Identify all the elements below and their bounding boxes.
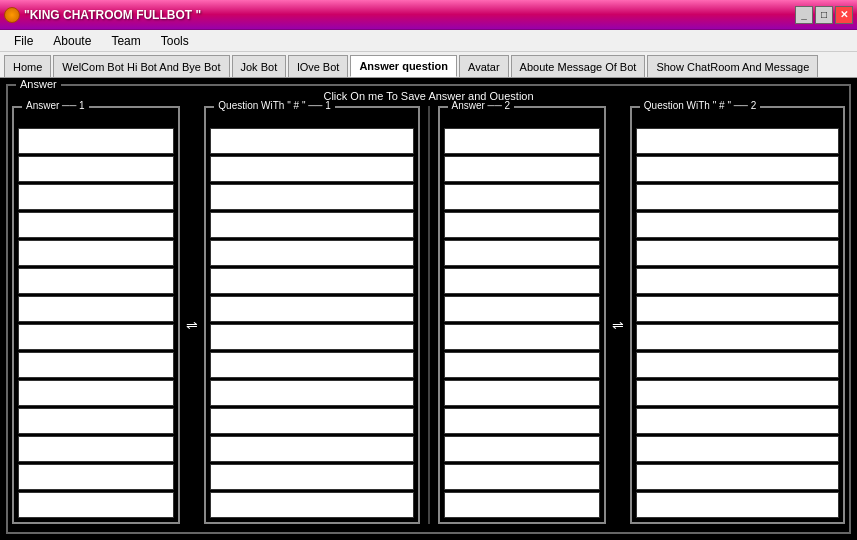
tab-answer-question[interactable]: Answer question [350, 55, 457, 77]
answer1-row1[interactable] [18, 128, 174, 154]
answer2-row13[interactable] [444, 464, 600, 490]
menu-team[interactable]: Team [101, 32, 150, 50]
answer2-row14[interactable] [444, 492, 600, 518]
tab-iove-bot[interactable]: lOve Bot [288, 55, 348, 77]
answer1-row8[interactable] [18, 324, 174, 350]
answer2-row12[interactable] [444, 436, 600, 462]
menu-tools[interactable]: Tools [151, 32, 199, 50]
answer2-row7[interactable] [444, 296, 600, 322]
answer1-row12[interactable] [18, 436, 174, 462]
answer2-label: Answer ── 2 [448, 100, 515, 111]
answer2-row2[interactable] [444, 156, 600, 182]
question2-row12[interactable] [636, 436, 839, 462]
question1-row6[interactable] [210, 268, 413, 294]
arrow2: ⇌ [612, 106, 624, 524]
tab-welcom-bot[interactable]: WelCom Bot Hi Bot And Bye Bot [53, 55, 229, 77]
answer2-row1[interactable] [444, 128, 600, 154]
menu-aboute[interactable]: Aboute [43, 32, 101, 50]
answer1-row14[interactable] [18, 492, 174, 518]
tab-home[interactable]: Home [4, 55, 51, 77]
answer1-column: Answer ── 1 [12, 106, 180, 524]
arrow1: ⇌ [186, 106, 198, 524]
close-button[interactable]: ✕ [835, 6, 853, 24]
question2-row5[interactable] [636, 240, 839, 266]
answer2-row6[interactable] [444, 268, 600, 294]
question2-row14[interactable] [636, 492, 839, 518]
menu-bar: File Aboute Team Tools [0, 30, 857, 52]
answer1-row7[interactable] [18, 296, 174, 322]
answer1-row3[interactable] [18, 184, 174, 210]
main-content: Answer Click On me To Save Answer and Qu… [0, 78, 857, 540]
tab-show-chatroom[interactable]: Show ChatRoom And Message [647, 55, 818, 77]
tab-jok-bot[interactable]: Jok Bot [232, 55, 287, 77]
question1-row2[interactable] [210, 156, 413, 182]
question1-row5[interactable] [210, 240, 413, 266]
tab-bar: Home WelCom Bot Hi Bot And Bye Bot Jok B… [0, 52, 857, 78]
question2-label: Question WiTh " # " ── 2 [640, 100, 760, 111]
answer1-row2[interactable] [18, 156, 174, 182]
question1-row14[interactable] [210, 492, 413, 518]
answer2-row9[interactable] [444, 352, 600, 378]
column-separator [428, 106, 430, 524]
question2-row11[interactable] [636, 408, 839, 434]
question2-row3[interactable] [636, 184, 839, 210]
answer1-row4[interactable] [18, 212, 174, 238]
title-bar: "KING CHATROOM FULLBOT " _ □ ✕ [0, 0, 857, 30]
title-buttons: _ □ ✕ [795, 6, 853, 24]
question1-row8[interactable] [210, 324, 413, 350]
answer1-row11[interactable] [18, 408, 174, 434]
question1-row7[interactable] [210, 296, 413, 322]
columns-container: Answer ── 1 ⇌ Question WiTh " [12, 106, 845, 524]
question2-row6[interactable] [636, 268, 839, 294]
maximize-button[interactable]: □ [815, 6, 833, 24]
answer1-row6[interactable] [18, 268, 174, 294]
answer2-row5[interactable] [444, 240, 600, 266]
answer2-row8[interactable] [444, 324, 600, 350]
answer2-row4[interactable] [444, 212, 600, 238]
tab-avatar[interactable]: Avatar [459, 55, 509, 77]
answer1-row10[interactable] [18, 380, 174, 406]
answer2-row10[interactable] [444, 380, 600, 406]
question2-row9[interactable] [636, 352, 839, 378]
question2-row2[interactable] [636, 156, 839, 182]
question1-row11[interactable] [210, 408, 413, 434]
question1-row13[interactable] [210, 464, 413, 490]
answer1-label: Answer ── 1 [22, 100, 89, 111]
minimize-button[interactable]: _ [795, 6, 813, 24]
question1-row3[interactable] [210, 184, 413, 210]
answer2-column: Answer ── 2 [438, 106, 606, 524]
question1-label: Question WiTh " # " ── 1 [214, 100, 334, 111]
question1-row1[interactable] [210, 128, 413, 154]
window-title: "KING CHATROOM FULLBOT " [24, 8, 201, 22]
question2-column: Question WiTh " # " ── 2 [630, 106, 845, 524]
question2-row7[interactable] [636, 296, 839, 322]
answer1-row5[interactable] [18, 240, 174, 266]
outer-box-label: Answer [16, 78, 61, 90]
title-bar-left: "KING CHATROOM FULLBOT " [4, 7, 201, 23]
tab-aboute-message[interactable]: Aboute Message Of Bot [511, 55, 646, 77]
question1-row12[interactable] [210, 436, 413, 462]
question2-row13[interactable] [636, 464, 839, 490]
question2-row10[interactable] [636, 380, 839, 406]
outer-box: Answer Click On me To Save Answer and Qu… [6, 84, 851, 534]
app-icon [4, 7, 20, 23]
answer1-row13[interactable] [18, 464, 174, 490]
question1-row10[interactable] [210, 380, 413, 406]
answer1-row9[interactable] [18, 352, 174, 378]
question1-row9[interactable] [210, 352, 413, 378]
question2-row8[interactable] [636, 324, 839, 350]
answer2-row3[interactable] [444, 184, 600, 210]
question2-row1[interactable] [636, 128, 839, 154]
question1-row4[interactable] [210, 212, 413, 238]
answer2-row11[interactable] [444, 408, 600, 434]
menu-file[interactable]: File [4, 32, 43, 50]
question2-row4[interactable] [636, 212, 839, 238]
question1-column: Question WiTh " # " ── 1 [204, 106, 419, 524]
